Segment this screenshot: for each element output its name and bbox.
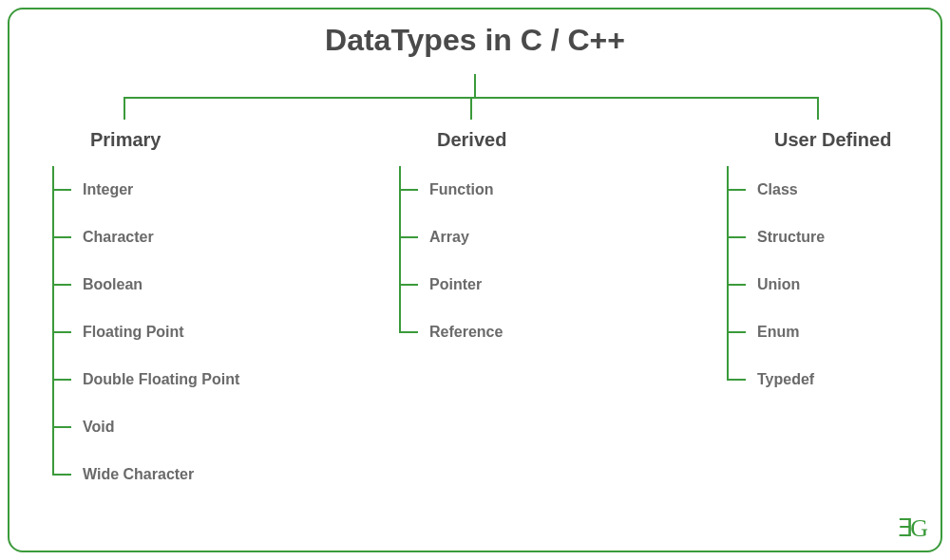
geeksforgeeks-logo: ƎG [898,513,925,543]
item-2-0: Class [727,166,825,214]
item-2-4: Typedef [727,356,825,403]
item-2-3: Enum [727,308,825,356]
item-text: Array [429,229,469,246]
item-text: Union [757,276,800,293]
item-tick [727,189,746,191]
item-0-6: Wide Character [52,451,239,498]
item-tick [399,331,418,333]
connector-stem [474,74,476,97]
item-tick [399,236,418,238]
item-text: Floating Point [83,324,184,341]
item-tick [52,474,71,476]
item-1-0: Function [399,166,503,214]
item-1-3: Reference [399,308,503,356]
item-text: Enum [757,324,799,341]
item-text: Typedef [757,371,814,388]
item-tick [52,236,71,238]
item-2-2: Union [727,261,825,308]
item-text: Boolean [83,276,142,293]
item-tick [727,284,746,286]
item-text: Wide Character [83,466,194,483]
item-tick [52,379,71,381]
item-text: Integer [83,181,133,198]
item-0-0: Integer [52,166,239,214]
item-1-1: Array [399,214,503,261]
connector-drop-0 [124,97,125,120]
item-tick [399,189,418,191]
item-tick [52,189,71,191]
item-text: Pointer [429,276,482,293]
item-tick [52,331,71,333]
item-tick [727,379,746,381]
connector-drop-2 [817,97,819,120]
item-text: Reference [429,324,503,341]
diagram-title: DataTypes in C / C++ [0,23,950,58]
item-tick [52,426,71,428]
item-0-4: Double Floating Point [52,356,239,403]
item-0-3: Floating Point [52,308,239,356]
category-label-1: Derived [437,129,506,151]
category-items-1: FunctionArrayPointerReference [399,166,503,356]
item-0-1: Character [52,214,239,261]
item-text: Void [83,419,114,436]
item-text: Function [429,181,494,198]
category-label-0: Primary [90,129,162,151]
item-tick [727,236,746,238]
item-2-1: Structure [727,214,825,261]
item-text: Double Floating Point [83,371,239,388]
item-text: Character [83,229,154,246]
category-items-2: ClassStructureUnionEnumTypedef [727,166,825,403]
item-text: Structure [757,229,825,246]
category-label-2: User Defined [774,129,891,151]
item-0-2: Boolean [52,261,239,308]
item-tick [399,284,418,286]
connector-drop-1 [470,97,472,120]
item-1-2: Pointer [399,261,503,308]
item-0-5: Void [52,403,239,451]
item-tick [52,284,71,286]
item-text: Class [757,181,798,198]
logo-text: ƎG [898,514,925,542]
category-items-0: IntegerCharacterBooleanFloating PointDou… [52,166,239,498]
item-tick [727,331,746,333]
